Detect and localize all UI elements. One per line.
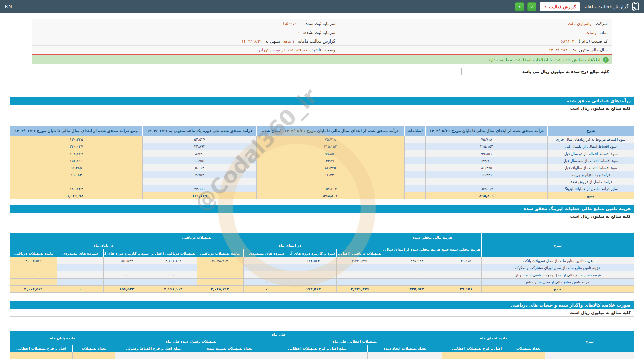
value-cell: ۰ xyxy=(10,178,143,185)
value-cell xyxy=(368,352,442,359)
value-cell: ۰ xyxy=(57,257,104,264)
unregistered-capital-cell: سرمایه ثبت نشده: ۰ xyxy=(32,28,339,37)
field-label: سرمایه ثبت نشده: xyxy=(303,30,335,35)
value-cell: ۰ xyxy=(243,286,290,293)
transferred-goods-table: شرح مانده ابتدای ماه طی ماه مانده پایان … xyxy=(10,330,634,359)
nav-back-button[interactable]: ‹ xyxy=(515,2,524,11)
value-cell: ۱۶,۳۳۱ xyxy=(426,171,548,178)
row-label-cell: سود اقساط مربوط به قراردادهای سال جاری xyxy=(548,136,634,143)
column-header: تسهیلات دریافتی (اصل و فرع) xyxy=(336,249,383,257)
finance-row: هزینه تامین منابع مالی از محل تسهیلات با… xyxy=(10,257,634,264)
finance-row: هزینه تامین منابع مالی از محل وجوه دریاف… xyxy=(10,272,634,279)
value-cell: ۲,۷۵۳ xyxy=(143,171,257,178)
operating-income-section: درآمدهای عملیاتی محقق شده کلیه مبالغ به … xyxy=(10,97,634,199)
fiscal-year-end-cell: سال مالی منتهی به: ۱۴۰۴/۰۹/۳۰ xyxy=(339,46,612,54)
value-cell: ۰ xyxy=(450,264,482,272)
value-cell: ۰ xyxy=(404,164,425,171)
value-cell: ۲,۲۲۱,۲۷۶ xyxy=(336,286,383,293)
company-name-cell: شرکت: واسپاری ملت xyxy=(339,19,612,28)
value-cell: ۰ xyxy=(336,264,383,272)
page-title: گزارش فعالیت ماهانه xyxy=(583,4,629,10)
field-label: وضعیت ناشر: xyxy=(311,47,335,52)
value-cell: ۱۸۰,۷۲۳ xyxy=(10,185,143,192)
column-header: اصل و فرع تسهیلات اعطایی xyxy=(10,345,73,352)
income-row: سود اقساط انتقالی از یکسال قبل۳۱۵,۱۵۴۰۳۱… xyxy=(10,143,634,150)
info-row: کد صنعت (ISIC): ۵۸۹۱۰۲ گزارش فعالیت ماها… xyxy=(32,37,612,46)
value-cell: ۸,۹۲۶ xyxy=(143,150,257,157)
value-cell: ۰ xyxy=(404,157,425,164)
column-header: سپرده های مسدودی xyxy=(57,249,104,257)
value-cell: ۰ xyxy=(57,286,104,293)
value-cell: ۱۵۶,۵۳۳ xyxy=(103,286,150,293)
value-cell: ۰ xyxy=(257,178,405,185)
value-cell: ۱۹,۰۸۴ xyxy=(10,171,143,178)
row-label-cell: هزینه تامین منابع مالی از محل وجوه دریاف… xyxy=(482,272,634,279)
topbar: گزارش فعالیت ماهانه گزارش فعالیت ▼ › ‹ E… xyxy=(0,0,644,13)
value-cell: ۵۴,۵۲۷ xyxy=(143,136,257,143)
field-value: ولملت xyxy=(585,30,596,35)
value-cell: ۰ xyxy=(197,279,243,286)
column-header: جمع هزینه محقق شده از ابتدای سال مالی تا… xyxy=(383,241,450,257)
field-label: سال مالی منتهی به: xyxy=(573,47,608,52)
value-cell: ۰ xyxy=(103,272,150,279)
column-header: درآمد محقق شده طی دوره یک ماهه منتهی به … xyxy=(143,126,257,136)
value-cell: ۳۹,۱۵۱ xyxy=(450,257,482,264)
info-icon: i xyxy=(603,57,609,63)
value-cell: ۹۹,۸۵۱ xyxy=(257,150,405,157)
report-type-dropdown[interactable]: گزارش فعالیت ▼ xyxy=(540,2,580,11)
value-cell: ۳۳۵,۹۴۲ xyxy=(383,286,450,293)
row-label-cell: هزینه تامین منابع مالی از محل تسهیلات با… xyxy=(482,257,634,264)
symbol-cell: نماد: ولملت xyxy=(339,28,612,37)
value-cell: ۱۱,۹۵۶ xyxy=(143,157,257,164)
income-row: سود اقساط انتقالی از سه سال قبل۱۴۴,۷۶۰۰۱… xyxy=(10,157,634,164)
language-en-link[interactable]: EN xyxy=(5,4,12,9)
row-label-cell: جمع xyxy=(548,192,634,199)
value-cell: ۰ xyxy=(57,272,104,279)
value-cell: ۱۵۷,۶۱۲ xyxy=(257,185,405,192)
column-header: درآمد محقق شده از ابتدای سال مالی تا پای… xyxy=(426,126,548,136)
nav-forward-button[interactable]: › xyxy=(527,2,536,11)
value-cell: ۰ xyxy=(10,264,57,272)
value-cell: ۰ xyxy=(143,178,257,185)
row-label-cell xyxy=(545,352,634,359)
column-group-header: مانده ابتدای ماه xyxy=(442,331,545,345)
info-row: شرکت: واسپاری ملت سرمایه ثبت شده: ۱,۵۰۰,… xyxy=(32,19,612,28)
column-group-header: تسهیلات دریافتی xyxy=(10,233,383,241)
clipboard-report-icon xyxy=(632,2,639,12)
value-cell: ۱۴۴,۷۶۰ xyxy=(257,157,405,164)
value-cell: ۰ xyxy=(197,272,243,279)
column-group-header: تسهیلات اعطایی طی ماه xyxy=(267,338,442,345)
column-header: مانده تسهیلات دریافتی xyxy=(197,249,243,257)
transferred-goods-section: صورت خلاصه کالاهای واگذار شده و حساب های… xyxy=(10,301,634,359)
field-label: شرکت: xyxy=(594,21,608,26)
finance-total-row: جمع۳۹,۱۵۱۳۳۵,۹۴۲۲,۲۲۱,۲۷۶۱۷۲,۵۶۳۰۲,۰۴۸,۷… xyxy=(10,286,634,293)
value-cell: ۳۳۵,۹۴۲ xyxy=(383,257,450,264)
field-label: کد صنعت (ISIC): xyxy=(577,39,608,44)
value-cell: ۰ xyxy=(243,257,290,264)
value-cell: ۰ xyxy=(450,279,482,286)
column-group-header: مانده پایان ماه xyxy=(10,331,115,345)
finance-row: هزینه تامین منابع مالی از محل سایر منابع… xyxy=(10,279,634,286)
unit-note: کلیه مبالغ به میلیون ریال است xyxy=(10,105,634,112)
value-cell: ۰ xyxy=(243,264,290,272)
value-cell: ۰ xyxy=(404,150,425,157)
field-value: ۵۸۹۱۰۲ xyxy=(561,39,574,44)
value-cell: ۰ xyxy=(404,178,425,185)
report-type-label: گزارش فعالیت xyxy=(549,4,576,9)
value-cell: ۹۹,۸۵۱ xyxy=(426,150,548,157)
income-total-row: جمع۸۹۵,۸۰۱۰۸۹۵,۸۰۱۱۳۱,۱۷۹۱,۰۲۶,۹۸۰ xyxy=(10,192,634,199)
column-header: شرح xyxy=(548,126,634,136)
column-header: اصل و فرع تسهیلات اعطایی xyxy=(442,345,512,352)
row-label-cell: سود اقساط انتقالی از سه سال قبل xyxy=(548,157,634,164)
value-cell: ۰ xyxy=(103,264,150,272)
field-value: واسپاری ملت xyxy=(568,21,591,26)
column-group-header: تسهیلات وصول شده طی ماه xyxy=(115,338,267,345)
row-label-cell: هزینه تامین منابع مالی از محل اوراق مشار… xyxy=(482,264,634,272)
column-header: سود و کارمزد دوره های آتی xyxy=(103,249,150,257)
row-label-cell: درآمد حاصل از فروش نقدی xyxy=(548,178,634,185)
value-cell: ۸۹۵,۸۰۱ xyxy=(257,192,405,199)
field-label: منتهی به xyxy=(265,39,280,44)
field-value: ۱,۵۰۰,۰۰۰ xyxy=(283,21,301,26)
field-label: گزارش فعالیت ماهانه xyxy=(298,39,335,44)
transfer-header-row3: تعداد تسهیلات اصل و فرع تسهیلات اعطایی ت… xyxy=(10,345,634,352)
